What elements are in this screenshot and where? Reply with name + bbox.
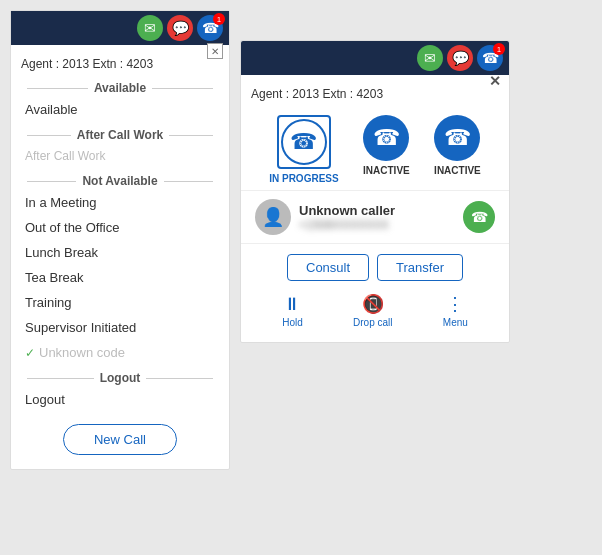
call-buttons-row: ☎ IN PROGRESS ☎ INACTIVE ☎ INACTIVE — [241, 105, 509, 190]
answer-button[interactable]: ☎ — [463, 201, 495, 233]
phone-inactive-1-icon: ☎ — [373, 125, 400, 151]
menu-label: Menu — [443, 317, 468, 328]
menu-item-logout[interactable]: Logout — [11, 387, 229, 412]
close-button[interactable]: ✕ — [207, 43, 223, 59]
menu-item-in-meeting[interactable]: In a Meeting — [11, 190, 229, 215]
right-email-icon[interactable]: ✉ — [417, 45, 443, 71]
phone-inactive-2-icon: ☎ — [444, 125, 471, 151]
inactive-1-circle: ☎ — [363, 115, 409, 161]
left-panel: ✉ 💬 ☎ 1 ✕ Agent : 2013 Extn : 4203 Avail… — [10, 10, 230, 470]
menu-item-unknown-code[interactable]: ✓ Unknown code — [11, 340, 229, 365]
phone-icon[interactable]: ☎ 1 — [197, 15, 223, 41]
right-close-button[interactable]: ✕ — [489, 73, 501, 89]
in-progress-circle: ☎ — [281, 119, 327, 165]
hold-button[interactable]: ⏸ Hold — [282, 294, 303, 328]
inactive-2-label: INACTIVE — [434, 165, 481, 176]
caller-name: Unknown caller — [299, 203, 395, 218]
drop-icon: 📵 — [362, 293, 384, 315]
phone-in-progress-icon: ☎ — [290, 129, 317, 155]
consult-button[interactable]: Consult — [287, 254, 369, 281]
caller-number: +1508XXXXXXX — [299, 218, 395, 232]
transfer-button[interactable]: Transfer — [377, 254, 463, 281]
menu-item-available[interactable]: Available — [11, 97, 229, 122]
drop-call-button[interactable]: 📵 Drop call — [353, 293, 392, 328]
right-agent-info: Agent : 2013 Extn : 4203 — [241, 79, 509, 105]
menu-button[interactable]: ⋮ Menu — [443, 293, 468, 328]
menu-item-training[interactable]: Training — [11, 290, 229, 315]
call-button-in-progress[interactable]: ☎ IN PROGRESS — [269, 115, 338, 184]
new-call-section: New Call — [11, 412, 229, 469]
caller-details: Unknown caller +1508XXXXXXX — [299, 203, 395, 232]
in-progress-label: IN PROGRESS — [269, 173, 338, 184]
menu-item-supervisor[interactable]: Supervisor Initiated — [11, 315, 229, 340]
action-buttons-row: Consult Transfer — [241, 244, 509, 287]
menu-item-out-of-office[interactable]: Out of the Office — [11, 215, 229, 240]
check-icon: ✓ — [25, 346, 35, 360]
menu-item-tea-break[interactable]: Tea Break — [11, 265, 229, 290]
email-icon[interactable]: ✉ — [137, 15, 163, 41]
call-button-inactive-1[interactable]: ☎ INACTIVE — [363, 115, 410, 184]
section-logout: Logout — [11, 365, 229, 387]
hold-icon: ⏸ — [283, 294, 301, 315]
menu-item-after-call-work[interactable]: After Call Work — [11, 144, 229, 168]
section-after-call: After Call Work — [11, 122, 229, 144]
right-phone-icon[interactable]: ☎ 1 — [477, 45, 503, 71]
phone-badge: 1 — [213, 13, 225, 25]
chat-icon[interactable]: 💬 — [167, 15, 193, 41]
progress-box: ☎ — [277, 115, 331, 169]
right-panel: ✉ 💬 ☎ 1 ✕ Agent : 2013 Extn : 4203 ☎ IN … — [240, 40, 510, 343]
caller-avatar: 👤 — [255, 199, 291, 235]
agent-info: Agent : 2013 Extn : 4203 — [11, 49, 229, 75]
menu-item-lunch-break[interactable]: Lunch Break — [11, 240, 229, 265]
left-header: ✉ 💬 ☎ 1 — [11, 11, 229, 45]
bottom-actions-row: ⏸ Hold 📵 Drop call ⋮ Menu — [241, 287, 509, 342]
menu-icon: ⋮ — [446, 293, 464, 315]
drop-label: Drop call — [353, 317, 392, 328]
caller-info: 👤 Unknown caller +1508XXXXXXX — [255, 199, 395, 235]
section-not-available: Not Available — [11, 168, 229, 190]
caller-row: 👤 Unknown caller +1508XXXXXXX ☎ — [241, 190, 509, 244]
right-header: ✉ 💬 ☎ 1 — [241, 41, 509, 75]
right-phone-badge: 1 — [493, 43, 505, 55]
hold-label: Hold — [282, 317, 303, 328]
right-chat-icon[interactable]: 💬 — [447, 45, 473, 71]
section-available: Available — [11, 75, 229, 97]
new-call-button[interactable]: New Call — [63, 424, 177, 455]
inactive-1-label: INACTIVE — [363, 165, 410, 176]
inactive-2-circle: ☎ — [434, 115, 480, 161]
call-button-inactive-2[interactable]: ☎ INACTIVE — [434, 115, 481, 184]
